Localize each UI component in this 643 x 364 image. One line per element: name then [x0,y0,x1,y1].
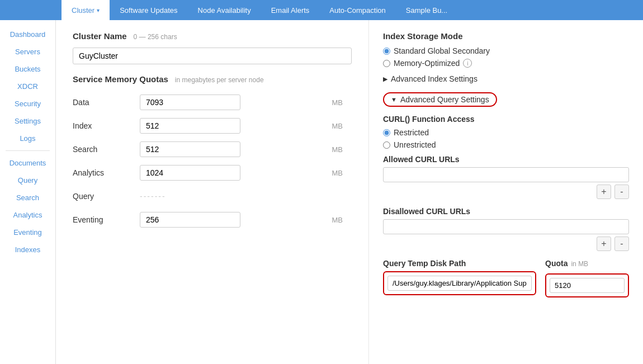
memory-label-eventing: Eventing [73,208,140,231]
sidebar-item-analytics[interactable]: Analytics [0,206,55,224]
sidebar-item-settings[interactable]: Settings [0,112,55,130]
radio-unrestricted-input[interactable] [383,141,390,149]
allowed-curl-input[interactable] [383,167,629,182]
memory-input-eventing[interactable] [140,212,240,228]
memory-row-eventing: Eventing MB [73,208,352,231]
sidebar-item-logs[interactable]: Logs [0,130,55,147]
allowed-curl-plus-button[interactable]: + [597,185,611,199]
nav-sample-bu[interactable]: Sample Bu... [396,0,457,20]
advanced-index-section: ▶ Advanced Index Settings [383,74,629,83]
radio-memory-text: Memory-Optimized [394,59,460,68]
memory-label-query: Query [73,185,140,208]
radio-unrestricted: Unrestricted [383,140,629,149]
sidebar-item-security[interactable]: Security [0,95,55,112]
radio-memory-input[interactable] [383,60,390,67]
sidebar-item-indexes[interactable]: Indexes [0,241,55,258]
radio-label-standard[interactable]: Standard Global Secondary [383,46,629,55]
disallowed-curl-buttons: + - [383,237,629,251]
disallowed-curl-input-row [383,219,629,234]
memory-label-analytics: Analytics [73,161,140,185]
index-storage-mode-title: Index Storage Mode [383,31,629,41]
service-memory-label: Service Memory Quotas [73,74,168,84]
memory-label-index: Index [73,114,140,138]
quota-input[interactable] [550,278,625,293]
content: Cluster Name 0 — 256 chars Service Memor… [56,20,643,364]
radio-standard: Standard Global Secondary [383,46,629,55]
right-panel: Index Storage Mode Standard Global Secon… [369,20,643,364]
memory-table: Data MB Index MB Search MB [73,91,352,231]
radio-restricted-input[interactable] [383,129,390,136]
mb-label-eventing: MB [332,208,352,231]
advanced-query-label: Advanced Query Settings [400,95,489,104]
sidebar-item-query[interactable]: Query [0,172,55,189]
allowed-curl-minus-button[interactable]: - [614,185,629,199]
disallowed-curl-label: Disallowed CURL URLs [383,207,629,216]
advanced-index-header[interactable]: ▶ Advanced Index Settings [383,74,629,83]
disk-path-wrapper [383,271,536,295]
left-panel: Cluster Name 0 — 256 chars Service Memor… [56,20,369,364]
advanced-index-label: Advanced Index Settings [391,74,477,83]
memory-input-index[interactable] [140,118,240,134]
allowed-curl-buttons: + - [383,185,629,199]
memory-input-analytics[interactable] [140,165,240,181]
sidebar-item-buckets[interactable]: Buckets [0,60,55,78]
bottom-fields: Query Temp Disk Path Quota in MB [383,259,629,297]
memory-input-search[interactable] [140,141,240,157]
advanced-query-header[interactable]: ▼ Advanced Query Settings [383,92,497,107]
mb-label-data: MB [332,91,352,114]
disallowed-curl-input[interactable] [383,219,629,234]
disallowed-curl-plus-button[interactable]: + [597,237,611,251]
memory-label-data: Data [73,91,140,114]
allowed-curl-input-row [383,167,629,182]
mb-label-index: MB [332,114,352,138]
allowed-curl-label: Allowed CURL URLs [383,155,629,164]
sidebar-item-search[interactable]: Search [0,189,55,206]
sidebar-item-eventing[interactable]: Eventing [0,224,55,241]
radio-restricted: Restricted [383,128,629,137]
curl-function-title: CURL() Function Access [383,115,629,124]
quota-unit: in MB [571,260,588,268]
memory-row-index: Index MB [73,114,352,138]
cluster-name-input[interactable] [73,48,352,64]
radio-standard-text: Standard Global Secondary [394,46,490,55]
memory-row-analytics: Analytics MB [73,161,352,185]
nav-auto-compaction[interactable]: Auto-Compaction [319,0,395,20]
radio-unrestricted-text: Unrestricted [394,140,436,149]
nav-node-availability[interactable]: Node Availability [188,0,261,20]
quota-wrapper [545,273,629,297]
memory-row-data: Data MB [73,91,352,114]
radio-standard-input[interactable] [383,48,390,55]
memory-label-search: Search [73,138,140,161]
advanced-index-arrow-icon: ▶ [383,75,387,83]
top-nav: Cluster ▾ Software Updates Node Availabi… [0,0,643,20]
cluster-name-label: Cluster Name [73,31,127,41]
mb-label-search: MB [332,138,352,161]
radio-label-unrestricted[interactable]: Unrestricted [383,140,629,149]
disallowed-curl-minus-button[interactable]: - [614,237,629,251]
service-memory-hint: in megabytes per server node [175,76,264,84]
radio-label-memory[interactable]: Memory-Optimized i [383,59,629,68]
mb-label-analytics: MB [332,161,352,185]
radio-label-restricted[interactable]: Restricted [383,128,629,137]
sidebar-item-dashboard[interactable]: Dashboard [0,26,55,43]
nav-email-alerts[interactable]: Email Alerts [261,0,320,20]
disk-path-label: Query Temp Disk Path [383,259,536,268]
sidebar-item-documents[interactable]: Documents [0,154,55,172]
nav-cluster[interactable]: Cluster ▾ [62,0,110,20]
cluster-name-hint: 0 — 256 chars [134,33,177,41]
disk-path-group: Query Temp Disk Path [383,259,536,297]
sidebar-item-servers[interactable]: Servers [0,43,55,60]
sidebar-item-xdcr[interactable]: XDCR [0,78,55,95]
memory-row-search: Search MB [73,138,352,161]
sidebar: Dashboard Servers Buckets XDCR Security … [0,20,56,364]
disk-path-input[interactable] [387,276,532,291]
quota-label: Quota [545,259,568,268]
quota-group: Quota in MB [545,259,629,297]
radio-memory-optimized: Memory-Optimized i [383,59,629,68]
query-dashes: ------- [140,192,166,201]
cluster-caret-icon: ▾ [97,7,100,13]
quota-label-row: Quota in MB [545,259,629,271]
nav-software-updates[interactable]: Software Updates [110,0,187,20]
memory-input-data[interactable] [140,94,240,110]
memory-info-icon[interactable]: i [463,59,472,68]
